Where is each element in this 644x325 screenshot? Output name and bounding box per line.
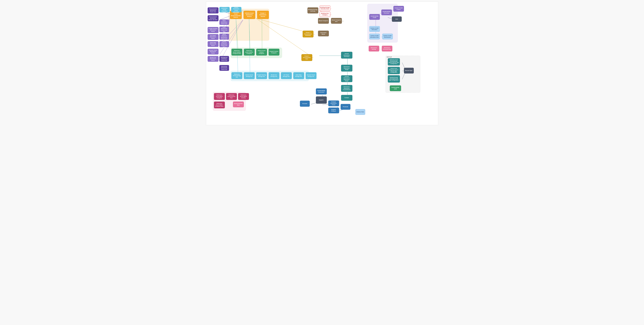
annual-emissions-reduction-target-node: Annual Emissions Reduction Target [341,75,352,82]
air-travel-ef-node: Air Travel Emissions Factor [208,34,218,40]
record-type-node: Record Type [404,68,414,74]
building-size-category-node: Building Size Category [320,12,330,17]
carbon-credit-allocation-item-node: Carbon Credit Allocation Item [369,34,380,39]
supplier-node: Supplier [316,96,327,104]
stationary-asset-carbon-footprint-item-node: Stationary Asset Carbon Footprint Item [232,49,242,56]
waste-disposal-ef-set-node: Waste Disposal Emissions Factor Set [220,34,229,40]
product2-node: Product2 [340,104,350,110]
building-energy-intensity-node: Building Energy Intensity [308,8,318,14]
account-node: Account [300,101,310,107]
sustainability-scorecard-node: Sustainability Scorecard [316,88,327,95]
scope3-carbon-footprint-node: Scope3 Carbon Footprint [268,49,280,56]
setup-label: SETUP [387,56,392,58]
building-energy-intensity-rt-config-node: Building Energy Intensity Record Type Co… [388,75,400,83]
inflation-rate-node: Inflation Rate [356,109,365,115]
emissions-reduction-commitment-node: Emissions Reduction Commitment [341,85,352,92]
emissions-reduction-target-node: Emissions Reduction Target [341,65,352,72]
stationary-asset-water-activity-node: Stationary Asset Water Activity [238,93,249,100]
vehicle-asset-emissions-source-rt-config-node: Vehicle Asset Emissions Source Record Ty… [388,67,400,74]
stationary-asset-water-footprint-node: Stationary Asset Water Footprint [214,93,225,100]
ground-travel-energy-use-node: Ground Travel Energy Use [306,72,316,79]
annual-emissions-inventory-node: Annual Emissions Inventory [341,52,352,59]
vehicle-asset-emissions-source-node: Vehicle Asset Emissions Source [244,11,255,19]
stationary-asset-annual-fact-node: Stationary Asset Annual Fact [226,93,237,100]
other-emissions-factor-set-item-node: Other Emissions Factor Set Item [220,27,229,32]
vehicle-asset-carbon-footprint-node: Vehicle Asset Carbon Footprint [256,49,267,56]
stationary-asset-carbon-footprint-node: Stationary Asset Carbon Footprint [244,49,255,56]
electricity-ef-set-node: Electricity Emissions Factor Set [220,65,229,71]
supplier-product-node: Supplier Product [328,108,339,113]
procurement-ef-set-node: Procurement Emissions Factor Set [208,8,218,14]
other-emissions-factor-set-node: Other Emissions Factor Set [220,20,229,25]
waste-footprint-item-node: Waste Footprint Item [331,18,342,24]
user-node: User [392,17,402,22]
waste-footprint-node: Waste Footprint [318,18,329,24]
generated-waste-node: Generated Waste [318,31,329,36]
waste-disposal-ef-set-item-node: Waste Disposal Emissions Factor Set Item [220,41,229,47]
stationary-asset-env-source-rt-config-node: Stationary Asset Environmental Source Re… [388,58,400,66]
hotel-stay-energy-use-node: Hotel Stay Energy Use [293,72,304,79]
sustainability-uom-node: Sustainability UOM [390,85,401,91]
scope3-emissions-source-node: Scope 3 Emissions Source [257,11,269,19]
ground-travel-ef-node: Ground Travel Emissions Factor [208,49,218,55]
procurement-ef-set-item-node: Procurement Emissions Factor Set Item [208,15,218,21]
scope3-procurement-summary-node: Scope 3 Procurement Summary [302,31,314,38]
carbon-credit-distribution-node: Carbon Credit Distribution [382,34,393,39]
hotel-stay-ef-node: Hotel Stay Emissions Factor [208,41,218,47]
stationary-asset-energy-use-node: Stationary Asset Energy Use [232,72,242,79]
rental-car-energy-use-node: Rental Car Energy Use [268,72,280,79]
carbon-credit-allocation-node: Carbon Credit Allocation [369,26,380,32]
freight-hauling-energy-use-node: Freight Hauling Energy Use [256,72,267,79]
sustainability-credit-node: Sustainability Credit [369,14,380,20]
stationary-asset-water-footprint-item-node: Stationary Asset Water Footprint Item [214,102,225,108]
diagram-canvas: Stationary Asset Environmental Source Ve… [206,2,438,125]
rental-car-ef-node: Rental Car Emissions Factor [208,56,218,62]
environmental-risk-node: Environmental Risk [233,102,244,107]
carbon-credit-project-node: Carbon Credit Project [394,6,404,12]
refrigerant-emission-factor-set-node: Refrigerant Emission Factor Set [220,56,229,62]
contact-node: Contact [341,95,352,101]
emissions-forecast-fact-node: Emissions Forecast Fact [382,46,392,52]
air-travel-energy-use-node: Air Travel Energy Use [281,72,292,79]
freight-hauling-ef-node: Freight Hauling Emissions Factor [208,27,218,33]
carbon-emissions-scope-allocation-value-node: Carbon Emissions Scope Allocation Value [220,7,230,12]
vehicle-asset-energy-use-node: Vehicle Asset Energy Use [244,72,255,79]
emissions-activity-node: Emissions Activity [369,46,379,52]
carbon-emissions-scope-allocation-node: Carbon Emissions Scope Allocation [231,7,242,12]
product-emissions-factor-node: Product Emissions Factor [328,101,339,106]
scope3-procurement-item-node: Scope 3 Procurement Item [302,54,312,61]
building-energy-intensity-value-node: Building Energy Intensity Value [320,6,330,11]
sustainability-purchase-node: Sustainability Purchase [381,10,392,15]
